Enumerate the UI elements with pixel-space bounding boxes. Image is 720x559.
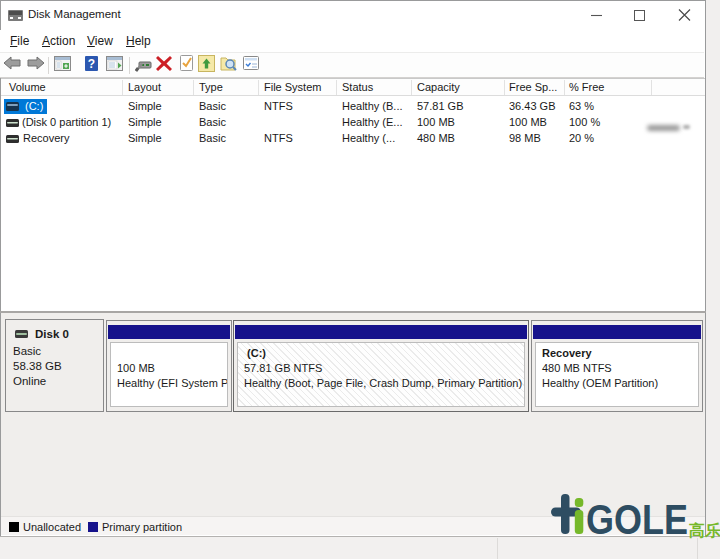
svg-text:?: ?	[88, 57, 95, 71]
svg-text:高乐: 高乐	[689, 521, 720, 539]
svg-text:GOLE: GOLE	[586, 495, 688, 540]
